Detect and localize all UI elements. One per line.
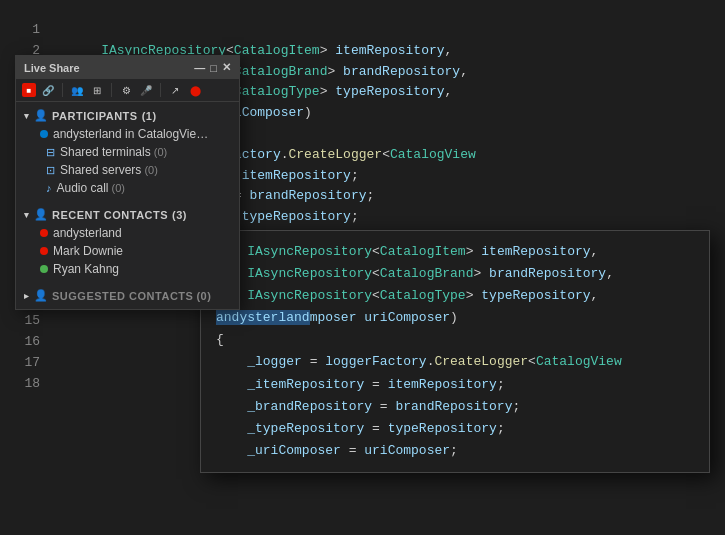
restore-icon[interactable]: □ [210, 62, 217, 74]
contact-name-3: Ryan Kahng [53, 262, 119, 276]
popup-line-7: _itemRepository = itemRepository; [216, 374, 694, 396]
popup-line-2: IAsyncRepository<CatalogBrand> brandRepo… [216, 263, 694, 285]
recent-contacts-section-header[interactable]: ▾ 👤 Recent contacts (3) [16, 205, 239, 224]
recent-contacts-label: Recent contacts [52, 209, 168, 221]
participants-section-header[interactable]: ▾ 👤 Participants (1) [16, 106, 239, 125]
contact-status-dot-1 [40, 229, 48, 237]
terminal-icon[interactable]: ⊞ [89, 82, 105, 98]
chevron-right-icon: ▸ [24, 291, 30, 301]
contact-status-dot-2 [40, 247, 48, 255]
server-shared-icon: ⊡ [46, 164, 55, 177]
participants-label: Participants [52, 110, 138, 122]
section-divider-1 [16, 197, 239, 205]
panel-toolbar: ■ 🔗 👥 ⊞ ⚙ 🎤 ↗ ⬤ [16, 79, 239, 102]
panel-header-actions: — □ ✕ [194, 61, 231, 74]
minimize-icon[interactable]: — [194, 62, 205, 74]
code-popup: IAsyncRepository<CatalogItem> itemReposi… [200, 230, 710, 473]
shared-terminals-count: (0) [154, 146, 167, 158]
recent-contacts-count: (3) [172, 209, 187, 221]
stop-button[interactable]: ■ [22, 83, 36, 97]
popup-line-9: _typeRepository = typeRepository; [216, 418, 694, 440]
audio-call-item[interactable]: ♪ Audio call (0) [16, 179, 239, 197]
contact-name-2: Mark Downie [53, 244, 123, 258]
chevron-down-icon: ▾ [24, 111, 30, 121]
link-icon[interactable]: 🔗 [40, 82, 56, 98]
audio-call-count: (0) [112, 182, 125, 194]
audio-icon: ♪ [46, 182, 52, 194]
section-divider-2 [16, 278, 239, 286]
contact-item-ryan-kahng[interactable]: Ryan Kahng [16, 260, 239, 278]
participant-user-item[interactable]: andysterland in CatalogViewModelServic [16, 125, 239, 143]
live-share-panel: Live Share — □ ✕ ■ 🔗 👥 ⊞ ⚙ 🎤 ↗ ⬤ ▾ 👤 Par… [15, 55, 240, 310]
share-icon[interactable]: ↗ [167, 82, 183, 98]
settings-icon[interactable]: ⚙ [118, 82, 134, 98]
contact-name-1: andysterland [53, 226, 122, 240]
contact-status-dot-3 [40, 265, 48, 273]
shared-servers-count: (0) [144, 164, 157, 176]
suggested-contacts-section-header[interactable]: ▸ 👤 Suggested contacts (0) [16, 286, 239, 305]
popup-line-6: _logger = loggerFactory.CreateLogger<Cat… [216, 351, 694, 373]
terminal-shared-icon: ⊟ [46, 146, 55, 159]
stop-share-icon[interactable]: ⬤ [187, 82, 203, 98]
toolbar-separator [62, 83, 63, 97]
contacts-section-icon: 👤 [34, 208, 49, 221]
popup-line-5: { [216, 329, 694, 351]
mic-icon[interactable]: 🎤 [138, 82, 154, 98]
shared-terminals-label: Shared terminals [60, 145, 151, 159]
popup-line-3: IAsyncRepository<CatalogType> typeReposi… [216, 285, 694, 307]
panel-title: Live Share [24, 62, 80, 74]
participant-username: andysterland in CatalogViewModelServic [53, 127, 213, 141]
contact-item-andysterland[interactable]: andysterland [16, 224, 239, 242]
popup-line-10: _uriComposer = uriComposer; [216, 440, 694, 462]
suggested-contacts-label: Suggested contacts [52, 290, 193, 302]
contact-item-mark-downie[interactable]: Mark Downie [16, 242, 239, 260]
popup-line-4: andysterlandmposer uriComposer) [216, 307, 694, 329]
chevron-down-icon-2: ▾ [24, 210, 30, 220]
shared-servers-item[interactable]: ⊡ Shared servers (0) [16, 161, 239, 179]
participants-count: (1) [142, 110, 157, 122]
popup-line-1: IAsyncRepository<CatalogItem> itemReposi… [216, 241, 694, 263]
popup-line-8: _brandRepository = brandRepository; [216, 396, 694, 418]
close-icon[interactable]: ✕ [222, 61, 231, 74]
toolbar-separator-2 [111, 83, 112, 97]
shared-servers-label: Shared servers [60, 163, 141, 177]
suggested-contacts-count: (0) [196, 290, 211, 302]
toolbar-separator-3 [160, 83, 161, 97]
people-section-icon: 👤 [34, 109, 49, 122]
shared-terminals-item[interactable]: ⊟ Shared terminals (0) [16, 143, 239, 161]
panel-body: ▾ 👤 Participants (1) andysterland in Cat… [16, 102, 239, 309]
panel-header: Live Share — □ ✕ [16, 56, 239, 79]
panel-header-title: Live Share [24, 62, 80, 74]
suggested-section-icon: 👤 [34, 289, 49, 302]
people-icon[interactable]: 👥 [69, 82, 85, 98]
user-status-dot [40, 130, 48, 138]
audio-call-label: Audio call [57, 181, 109, 195]
code-line [70, 20, 705, 41]
